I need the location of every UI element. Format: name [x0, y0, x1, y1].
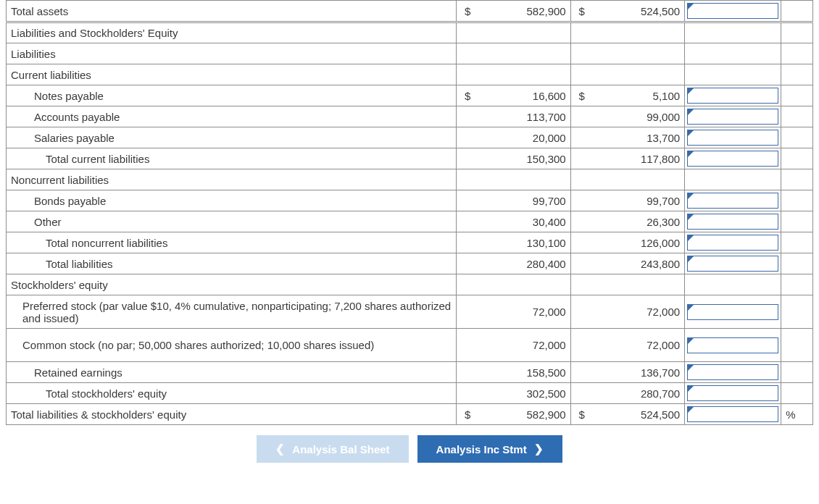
value-col1: 72,000 — [478, 295, 570, 329]
answer-input[interactable] — [687, 214, 778, 230]
currency-symbol — [570, 127, 592, 148]
table-row: Total stockholders' equity302,500280,700 — [7, 383, 813, 404]
answer-input[interactable] — [687, 3, 778, 19]
value-col1: 582,900 — [478, 404, 570, 425]
pct-cell — [781, 253, 813, 274]
value-col2 — [592, 274, 684, 295]
pct-cell — [781, 190, 813, 211]
input-cell[interactable] — [685, 383, 781, 404]
value-col1 — [478, 22, 570, 43]
pct-cell: % — [781, 404, 813, 425]
value-col2: 99,700 — [592, 190, 684, 211]
value-col2: 243,800 — [592, 253, 684, 274]
value-col2: 126,000 — [592, 232, 684, 253]
row-label: Noncurrent liabilities — [7, 169, 457, 190]
pct-cell — [781, 85, 813, 106]
value-col1 — [478, 43, 570, 64]
input-cell[interactable] — [685, 148, 781, 169]
currency-symbol — [457, 43, 478, 64]
currency-symbol — [457, 169, 478, 190]
answer-input[interactable] — [687, 130, 778, 146]
input-cell[interactable] — [685, 362, 781, 383]
next-button[interactable]: Analysis Inc Stmt ❯ — [417, 435, 562, 463]
pct-cell — [781, 232, 813, 253]
currency-symbol — [570, 169, 592, 190]
row-label: Current liabilities — [7, 64, 457, 85]
value-col1 — [478, 169, 570, 190]
currency-symbol: $ — [570, 404, 592, 425]
pct-cell — [781, 106, 813, 127]
input-cell[interactable] — [685, 85, 781, 106]
row-label: Accounts payable — [7, 106, 457, 127]
value-col2: 26,300 — [592, 211, 684, 232]
pct-cell — [781, 22, 813, 43]
table-row: Other30,40026,300 — [7, 211, 813, 232]
balance-sheet-table: Total assets$582,900$524,500Liabilities … — [6, 0, 813, 425]
answer-input[interactable] — [687, 304, 778, 320]
value-col1 — [478, 64, 570, 85]
value-col2: 72,000 — [592, 329, 684, 362]
input-cell[interactable] — [685, 329, 781, 362]
table-row: Total current liabilities150,300117,800 — [7, 148, 813, 169]
currency-symbol — [457, 148, 478, 169]
input-cell[interactable] — [685, 232, 781, 253]
row-label: Bonds payable — [7, 190, 457, 211]
value-col2 — [592, 169, 684, 190]
pct-cell — [781, 127, 813, 148]
table-row: Notes payable$16,600$5,100 — [7, 85, 813, 106]
input-cell[interactable] — [685, 295, 781, 329]
answer-input[interactable] — [687, 109, 778, 125]
answer-input[interactable] — [687, 256, 778, 272]
row-label: Other — [7, 211, 457, 232]
input-cell[interactable] — [685, 106, 781, 127]
table-row: Bonds payable99,70099,700 — [7, 190, 813, 211]
input-cell — [685, 274, 781, 295]
answer-input[interactable] — [687, 88, 778, 104]
input-cell[interactable] — [685, 190, 781, 211]
answer-input[interactable] — [687, 364, 778, 380]
pct-cell — [781, 362, 813, 383]
row-label: Notes payable — [7, 85, 457, 106]
currency-symbol — [457, 295, 478, 329]
input-cell[interactable] — [685, 1, 781, 22]
value-col1: 150,300 — [478, 148, 570, 169]
input-cell[interactable] — [685, 253, 781, 274]
row-label: Total noncurrent liabilities — [7, 232, 457, 253]
value-col1: 20,000 — [478, 127, 570, 148]
answer-input[interactable] — [687, 193, 778, 209]
nav-row: ❮ Analysis Bal Sheet Analysis Inc Stmt ❯ — [0, 435, 819, 463]
answer-input[interactable] — [687, 337, 778, 353]
currency-symbol — [570, 362, 592, 383]
input-cell[interactable] — [685, 211, 781, 232]
value-col2 — [592, 64, 684, 85]
table-row: Noncurrent liabilities — [7, 169, 813, 190]
currency-symbol — [457, 362, 478, 383]
value-col1: 582,900 — [478, 1, 570, 22]
answer-input[interactable] — [687, 406, 778, 422]
currency-symbol — [457, 383, 478, 404]
answer-input[interactable] — [687, 385, 778, 401]
value-col2: 280,700 — [592, 383, 684, 404]
row-label: Salaries payable — [7, 127, 457, 148]
currency-symbol — [457, 211, 478, 232]
value-col1: 16,600 — [478, 85, 570, 106]
value-col2 — [592, 43, 684, 64]
currency-symbol — [570, 383, 592, 404]
input-cell[interactable] — [685, 127, 781, 148]
value-col2: 524,500 — [592, 1, 684, 22]
input-cell — [685, 43, 781, 64]
table-row: Retained earnings158,500136,700 — [7, 362, 813, 383]
table-row: Preferred stock (par value $10, 4% cumul… — [7, 295, 813, 329]
input-cell[interactable] — [685, 404, 781, 425]
answer-input[interactable] — [687, 235, 778, 251]
pct-cell — [781, 274, 813, 295]
value-col1: 158,500 — [478, 362, 570, 383]
currency-symbol — [457, 253, 478, 274]
prev-button[interactable]: ❮ Analysis Bal Sheet — [257, 435, 408, 463]
answer-input[interactable] — [687, 151, 778, 167]
row-label: Common stock (no par; 50,000 shares auth… — [7, 329, 457, 362]
currency-symbol: $ — [570, 1, 592, 22]
row-label: Stockholders' equity — [7, 274, 457, 295]
value-col2: 13,700 — [592, 127, 684, 148]
row-label: Total assets — [7, 1, 457, 22]
